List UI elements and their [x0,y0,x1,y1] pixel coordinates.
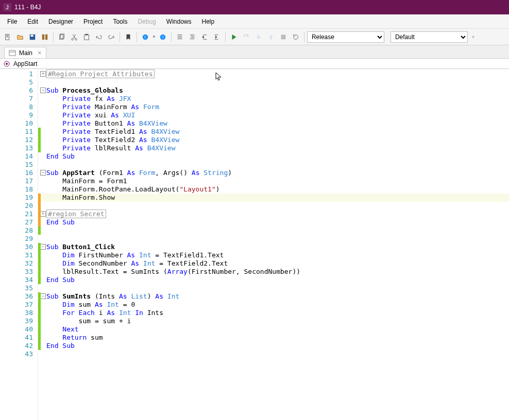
nav-back-button[interactable] [140,31,151,43]
menu-help[interactable]: Help [197,16,220,27]
menu-tools[interactable]: Tools [108,16,132,27]
build-config-select[interactable]: Release [307,31,384,43]
code-line[interactable]: Private Button1 As B4XView [46,119,167,128]
code-line[interactable]: End Sub [46,276,75,284]
titlebar: J 111 - B4J [0,0,509,14]
code-line[interactable]: Dim sum As Int = 0 [46,301,135,309]
line-number: 41 [0,334,33,342]
code-line[interactable]: End Sub [46,152,75,161]
fold-toggle[interactable]: − [40,87,46,93]
run-button[interactable] [228,31,240,43]
line-number: 16 [0,169,33,177]
code-line[interactable]: Sub Button1_Click [46,243,115,251]
line-number: 36 [0,292,33,301]
line-number: 39 [0,317,33,325]
fold-toggle[interactable]: − [40,293,46,299]
menu-debug[interactable]: Debug [132,16,161,27]
code-line[interactable]: End Sub [46,342,75,350]
outdent-button[interactable] [199,31,210,43]
line-number: 6 [0,86,33,95]
code-line[interactable]: Private TextField1 As B4XView [46,128,179,136]
line-number: 33 [0,268,33,276]
code-line[interactable]: #region Secret [46,210,106,218]
menu-project[interactable]: Project [78,16,108,27]
bookmark-button[interactable] [123,31,134,43]
code-line[interactable]: Dim FirstNumber As Int = TextField1.Text [46,251,224,259]
line-number: 7 [0,95,33,103]
line-number: 14 [0,152,33,161]
redo-button[interactable] [106,31,117,43]
restart-button[interactable] [290,31,301,43]
line-number: 30 [0,243,33,251]
menu-edit[interactable]: Edit [22,16,43,27]
menu-designer[interactable]: Designer [43,16,78,27]
copy-button[interactable] [56,31,67,43]
change-marker [38,226,41,235]
code-line[interactable]: For Each i As Int In Ints [46,309,163,317]
menu-windows[interactable]: Windows [161,16,197,27]
svg-rect-2 [31,34,33,37]
line-number: 20 [0,202,33,210]
cut-button[interactable] [69,31,80,43]
undo-button[interactable] [93,31,105,43]
open-button[interactable] [14,31,26,43]
indent-left-button[interactable] [174,31,185,43]
breadcrumb[interactable]: AppStart [0,59,509,69]
code-line[interactable]: Private lblResult As B4XView [46,144,175,152]
code-line[interactable]: Dim SecondNumber As Int = TextField2.Tex… [46,259,228,268]
target-select[interactable]: Default [391,31,468,43]
code-line[interactable]: Next [46,325,79,334]
code-line[interactable]: Sub SumInts (Ints As List) As Int [46,292,179,301]
change-marker [38,243,41,251]
code-line[interactable]: End Sub [46,218,75,226]
new-button[interactable] [2,31,13,43]
code-editor[interactable]: 1567891011121314151617181920212728293031… [0,69,509,420]
step-into-button[interactable] [253,31,264,43]
close-icon[interactable]: × [38,49,42,57]
indent-right-button[interactable] [186,31,198,43]
svg-point-16 [6,63,8,65]
menu-file[interactable]: File [2,16,22,27]
code-line[interactable]: Sub Process_Globals [46,86,123,95]
change-marker [38,268,41,276]
change-marker [38,194,41,202]
nav-fwd-button[interactable] [157,31,168,43]
toolbar: ▼ Release Default ▾ [0,29,509,45]
svg-point-12 [160,34,166,40]
code-line[interactable]: MainForm.RootPane.LoadLayout("Layout1") [46,185,220,194]
code-line[interactable]: Private MainForm As Form [46,103,159,111]
tab-main[interactable]: Main × [4,47,46,58]
export-button[interactable] [39,31,50,43]
svg-point-11 [143,34,148,40]
change-marker [38,136,41,144]
line-number: 34 [0,276,33,284]
line-number: 29 [0,235,33,243]
code-line[interactable]: Private TextField2 As B4XView [46,136,179,144]
code-line[interactable]: Return sum [46,334,103,342]
fold-toggle[interactable]: − [40,170,46,176]
code-line[interactable]: MainForm.Show [46,194,115,202]
step-out-button[interactable] [265,31,277,43]
code-line[interactable]: sum = sum + i [46,317,131,325]
line-number: 17 [0,177,33,185]
change-marker [38,334,41,342]
code-line[interactable]: lblResult.Text = SumInts (Array(FirstNum… [46,268,300,276]
code-line[interactable]: Sub AppStart (Form1 As Form, Args() As S… [46,169,232,177]
paste-button[interactable] [81,31,92,43]
fold-toggle[interactable]: + [40,211,46,217]
svg-rect-13 [281,34,286,39]
save-button[interactable] [27,31,38,43]
change-marker [38,144,41,152]
code-line[interactable]: MainForm = Form1 [46,177,127,185]
fold-toggle[interactable]: − [40,244,46,250]
code-line[interactable]: Private xui As XUI [46,111,135,119]
stop-button[interactable] [278,31,289,43]
indent-button[interactable] [211,31,223,43]
line-number: 40 [0,325,33,334]
code-line[interactable]: #Region Project Attributes [46,70,155,78]
change-marker [38,251,41,259]
step-over-button[interactable] [241,31,252,43]
change-marker [38,309,41,317]
fold-toggle[interactable]: + [40,71,46,77]
code-line[interactable]: Private fx As JFX [46,95,131,103]
